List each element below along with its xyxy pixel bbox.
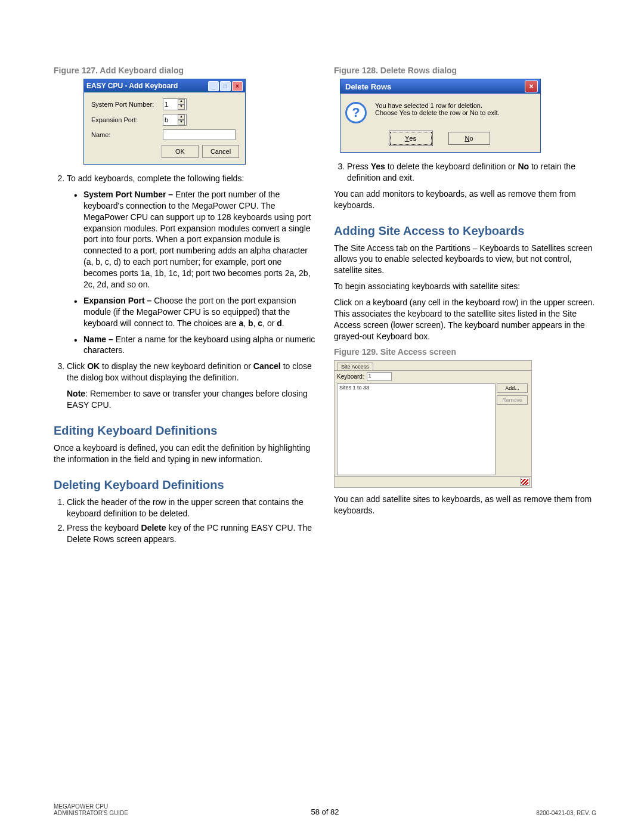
remove-button: Remove <box>497 395 528 405</box>
maximize-icon[interactable]: □ <box>220 81 231 91</box>
question-icon: ? <box>345 102 367 123</box>
name-input[interactable] <box>163 129 236 140</box>
two-column-layout: Figure 127. Add Keyboard dialog EASY CPU… <box>54 66 596 549</box>
site-access-p2: To begin associating keyboards with sate… <box>334 281 596 292</box>
dialog-body: System Port Number: 1 ▲▼ Expansion Port:… <box>84 92 245 164</box>
after-figure-paragraph: You can add satellite sites to keyboards… <box>334 494 596 516</box>
left-column: Figure 127. Add Keyboard dialog EASY CPU… <box>54 66 316 549</box>
msgbox-titlebar: Delete Rows × <box>340 79 540 94</box>
msgbox-title: Delete Rows <box>345 82 391 91</box>
document-page: Figure 127. Add Keyboard dialog EASY CPU… <box>0 0 644 833</box>
dialog-titlebar: EASY CPU - Add Keyboard _ □ × <box>84 79 245 92</box>
system-port-label: System Port Number: <box>91 101 163 108</box>
page-number: 58 of 82 <box>311 807 339 816</box>
yes-button[interactable]: Yes <box>390 132 432 145</box>
add-button[interactable]: Add... <box>497 383 528 393</box>
figure-127-caption: Figure 127. Add Keyboard dialog <box>54 66 316 75</box>
page-footer: MEGAPOWER CPU ADMINISTRATOR'S GUIDE 58 o… <box>54 803 596 816</box>
footer-left: MEGAPOWER CPU ADMINISTRATOR'S GUIDE <box>54 803 128 816</box>
heading-deleting: Deleting Keyboard Definitions <box>54 478 316 492</box>
system-port-spinner[interactable]: 1 ▲▼ <box>163 98 187 110</box>
delete-step-1: Click the header of the row in the upper… <box>67 497 316 519</box>
procedure-list: To add keyboards, complete the following… <box>54 173 316 411</box>
site-access-p3: Click on a keyboard (any cell in the key… <box>334 297 596 342</box>
editing-paragraph: Once a keyboard is defined, you can edit… <box>54 442 316 465</box>
expansion-port-value: b <box>165 116 168 123</box>
expansion-port-label: Expansion Port: <box>91 116 163 123</box>
figure-129-caption: Figure 129. Site Access screen <box>334 347 596 357</box>
minimize-icon[interactable]: _ <box>208 81 219 91</box>
delete-step-3: Press Yes to delete the keyboard definit… <box>347 161 596 184</box>
dialog-title: EASY CPU - Add Keyboard <box>86 82 178 90</box>
spin-down-icon[interactable]: ▼ <box>178 120 185 125</box>
cancel-button[interactable]: Cancel <box>202 145 239 158</box>
msgbox-body: ? You have selected 1 row for deletion. … <box>340 94 540 152</box>
name-label: Name: <box>91 131 163 138</box>
spin-down-icon[interactable]: ▼ <box>178 104 185 110</box>
resize-grip-icon[interactable] <box>520 478 530 486</box>
no-button[interactable]: No <box>448 132 490 145</box>
keyboard-field: 1 <box>367 372 392 381</box>
delete-steps-cont: Press Yes to delete the keyboard definit… <box>334 161 596 184</box>
window-buttons: _ □ × <box>208 81 243 91</box>
close-icon[interactable]: × <box>232 81 243 91</box>
spin-up-icon[interactable]: ▲ <box>178 99 185 104</box>
status-bar <box>335 476 531 487</box>
bullet-expansion-port: Expansion Port – Choose the port on the … <box>83 295 316 329</box>
footer-right: 8200-0421-03, REV. G <box>536 810 596 816</box>
delete-steps: Click the header of the row in the upper… <box>54 497 316 546</box>
close-icon[interactable]: × <box>525 80 538 92</box>
keyboard-label: Keyboard: <box>337 373 364 380</box>
figure-128-caption: Figure 128. Delete Rows dialog <box>334 66 596 75</box>
bullet-name: Name – Enter a name for the keyboard usi… <box>83 334 316 357</box>
site-access-window: Site Access Keyboard: 1 Sites 1 to 33 Ad… <box>334 360 532 488</box>
site-access-tab[interactable]: Site Access <box>337 363 373 370</box>
delete-step-2: Press the keyboard Delete key of the PC … <box>67 522 316 545</box>
spin-up-icon[interactable]: ▲ <box>178 114 185 120</box>
delete-rows-dialog: Delete Rows × ? You have selected 1 row … <box>340 79 541 153</box>
field-list: System Port Number – Enter the port numb… <box>67 189 316 356</box>
system-port-value: 1 <box>165 101 168 108</box>
sites-list[interactable]: Sites 1 to 33 <box>337 383 496 475</box>
step-2: To add keyboards, complete the following… <box>67 173 316 356</box>
right-column: Figure 128. Delete Rows dialog Delete Ro… <box>334 66 596 549</box>
ok-button[interactable]: OK <box>162 145 199 158</box>
add-monitors-paragraph: You can add monitors to keyboards, as we… <box>334 188 596 211</box>
msgbox-text: You have selected 1 row for deletion. Ch… <box>375 102 500 116</box>
expansion-port-spinner[interactable]: b ▲▼ <box>163 114 187 126</box>
site-access-p1: The Site Access tab on the Partitions – … <box>334 243 596 277</box>
site-access-toolbar: Keyboard: 1 <box>335 370 531 382</box>
note: Note: Remember to save or transfer your … <box>67 388 316 411</box>
add-keyboard-dialog: EASY CPU - Add Keyboard _ □ × System Por… <box>83 79 246 165</box>
bullet-system-port: System Port Number – Enter the port numb… <box>83 189 316 290</box>
step-3: Click OK to display the new keyboard def… <box>67 361 316 411</box>
heading-editing: Editing Keyboard Definitions <box>54 424 316 438</box>
heading-site-access: Adding Site Access to Keyboards <box>334 224 596 238</box>
